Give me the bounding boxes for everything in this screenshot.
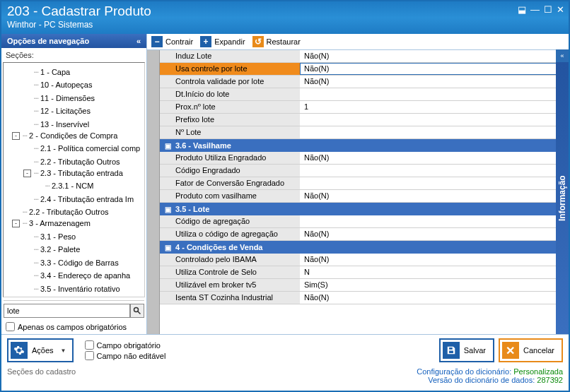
salvar-label: Salvar [464, 346, 486, 355]
sidebar-header[interactable]: Opções de navegação « [1, 34, 146, 48]
minimize-icon[interactable]: — [530, 4, 540, 15]
grid-row-value[interactable]: Não(N)▾ [300, 254, 569, 266]
tree-item[interactable]: 11 - Dimensões [5, 90, 143, 104]
grid-row[interactable]: Código de agregação [160, 215, 569, 228]
grid-row-value[interactable] [300, 165, 569, 177]
tree-item[interactable]: 1 - Capa [5, 64, 143, 78]
maximize-icon[interactable]: ☐ [544, 4, 552, 15]
tree-item[interactable]: 2.4 - Tributação entrada Im [5, 191, 143, 205]
tree-item[interactable]: 3.3 - Código de Barras [5, 255, 143, 268]
search-icon [133, 307, 141, 315]
grid-row[interactable]: Fator de Conversão Engradado [160, 177, 569, 190]
tree-item[interactable]: 3.5 - Inventário rotativo [5, 281, 143, 295]
minus-icon: − [151, 36, 163, 47]
property-grid[interactable]: Induz LoteNão(N)▾Usa controle por loteNã… [160, 50, 569, 334]
tree-item[interactable]: 3.4 - Endereço de apanha [5, 268, 143, 282]
section-collapse-icon[interactable]: ▣ [163, 142, 173, 150]
grid-row[interactable]: Controlado pelo IBAMANão(N)▾ [160, 254, 569, 266]
tree-item-label: 3.2 - Palete [34, 245, 80, 254]
tree-expand-icon[interactable]: - [23, 170, 31, 177]
tree-item[interactable]: -2.3 - Tributação entrada [5, 167, 143, 179]
grid-section-header[interactable]: ▣3.5 - Lote [160, 203, 569, 215]
grid-row[interactable]: Código Engradado [160, 165, 569, 177]
version-dict-label: Versão do dicionário de dados: [428, 376, 535, 384]
search-button[interactable] [130, 304, 144, 318]
acoes-label: Ações [32, 346, 54, 355]
grid-row-value[interactable]: Não(N)▾ [300, 190, 569, 202]
grid-row-value[interactable]: Não(N)▾ [300, 50, 569, 62]
tree-item[interactable]: 2.3.1 - NCM [5, 179, 143, 192]
grid-row[interactable]: Produto com vasilhameNão(N)▾ [160, 190, 569, 203]
contrair-button[interactable]: − Contrair [151, 36, 193, 47]
search-input[interactable] [4, 304, 130, 318]
gear-icon [11, 342, 28, 359]
required-only-label: Apenas os campos obrigatórios [18, 323, 127, 331]
grid-row-value[interactable]: N [300, 266, 569, 278]
grid-row[interactable]: Usa controle por loteNão(N)▾ [160, 63, 569, 76]
required-only-checkbox[interactable] [6, 322, 15, 331]
grid-row[interactable]: Utilizável em broker tv5Sim(S)▾ [160, 279, 569, 292]
grid-row-value[interactable]: ▾ [300, 88, 569, 100]
grid-row-value[interactable] [300, 114, 569, 126]
grid-row-value[interactable]: Não(N)▾ [300, 76, 569, 88]
grid-row[interactable]: Prefixo lote [160, 114, 569, 126]
tree-item[interactable]: 3.2 - Palete [5, 242, 143, 256]
section-collapse-icon[interactable]: ▣ [163, 206, 173, 213]
expandir-button[interactable]: + Expandir [200, 36, 245, 47]
cancelar-button[interactable]: ✕ Cancelar [499, 338, 563, 362]
salvar-button[interactable]: Salvar [439, 338, 494, 362]
tree-item[interactable]: 12 - Licitações [5, 104, 143, 117]
restaurar-button[interactable]: ↺ Restaurar [252, 36, 301, 47]
grid-row[interactable]: Controla validade por loteNão(N)▾ [160, 76, 569, 88]
grid-row[interactable]: Utiliza o código de agregaçãoNão(N)▾ [160, 228, 569, 241]
grid-row[interactable]: Nº Lote [160, 126, 569, 139]
grid-gutter [147, 50, 160, 334]
tree-item[interactable]: 2.2 - Tributação Outros [5, 154, 143, 167]
svg-line-1 [138, 311, 141, 314]
grid-row-value[interactable] [300, 126, 569, 138]
contrair-label: Contrair [165, 37, 193, 46]
footer: Ações ▼ Campo obrigatório Campo não edit… [1, 334, 569, 391]
legend-required-checkbox [85, 340, 94, 350]
grid-row-label: Código Engradado [160, 165, 300, 177]
grid-row-label: Usa controle por lote [160, 63, 300, 75]
info-tab[interactable]: Informação [556, 62, 569, 334]
grid-row-value[interactable]: Sim(S)▾ [300, 279, 569, 291]
tree-item[interactable]: 10 - Autopeças [5, 78, 143, 91]
grid-row-value[interactable]: Não(N)▾ [300, 63, 569, 75]
section-collapse-icon[interactable]: ▣ [163, 244, 173, 251]
tree-item-label: 3.4 - Endereço de apanha [34, 271, 130, 280]
tree-expand-icon[interactable]: - [12, 132, 20, 140]
close-icon[interactable]: ✕ [557, 4, 564, 15]
tree-item[interactable]: 2.1 - Política comercial comp [5, 141, 143, 155]
grid-row-value[interactable]: Não(N)▾ [300, 228, 569, 240]
grid-row[interactable]: Isenta ST Cozinha IndustrialNão(N)▾ [160, 292, 569, 304]
tree-item-label: 1 - Capa [34, 68, 70, 77]
acoes-button[interactable]: Ações ▼ [7, 338, 74, 362]
chevron-left-icon[interactable]: « [136, 37, 141, 45]
tree-expand-icon[interactable]: - [12, 220, 20, 227]
grid-row[interactable]: Utiliza Controle de SeloN [160, 266, 569, 279]
nav-tree[interactable]: 1 - Capa10 - Autopeças11 - Dimensões12 -… [3, 62, 145, 297]
grid-row[interactable]: Dt.Início do lote▾ [160, 88, 569, 101]
grid-row[interactable]: Induz LoteNão(N)▾ [160, 50, 569, 63]
secoes-cadastro-label: Seções do cadastro [7, 367, 76, 384]
tree-item-label: 2.3.1 - NCM [45, 182, 93, 191]
restore-icon[interactable]: ⬓ [518, 4, 526, 15]
grid-row-value[interactable]: Não(N)▾ [300, 292, 569, 304]
tree-item[interactable]: 13 - Inservível [5, 117, 143, 130]
grid-row-value[interactable] [300, 215, 569, 227]
grid-section-header[interactable]: ▣3.6 - Vasilhame [160, 139, 569, 152]
grid-row-value[interactable] [300, 177, 569, 189]
grid-row[interactable]: Prox.nº lote1 [160, 101, 569, 114]
tree-item[interactable]: 3.1 - Peso [5, 229, 143, 242]
grid-row-value[interactable]: Não(N)▾ [300, 152, 569, 164]
grid-row[interactable]: Produto Utiliza EngradadoNão(N)▾ [160, 152, 569, 165]
tree-item[interactable]: -2 - Condições de Compra [5, 130, 143, 141]
info-collapse-icon[interactable]: « [556, 49, 569, 62]
grid-section-header[interactable]: ▣4 - Condições de Venda [160, 241, 569, 254]
tree-item[interactable]: 2.2 - Tributação Outros [5, 205, 143, 218]
grid-row-value[interactable]: 1 [300, 101, 569, 113]
tree-item[interactable]: -3 - Armazenagem [5, 218, 143, 229]
grid-row-label: Prox.nº lote [160, 101, 300, 113]
